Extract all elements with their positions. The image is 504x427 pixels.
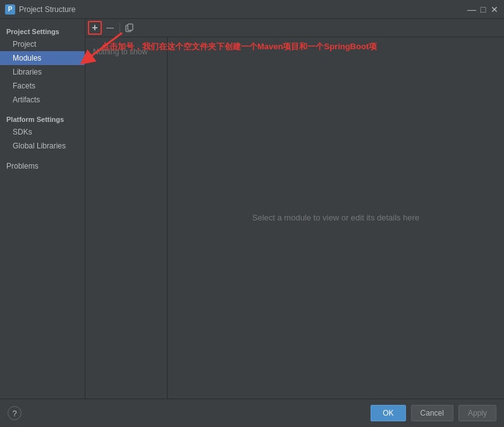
svg-rect-1 (128, 24, 133, 30)
maximize-button[interactable]: □ (479, 5, 488, 14)
content-area: + — Nothing to show Select a module to v… (85, 19, 504, 399)
project-settings-label: Project Settings (0, 24, 85, 37)
window-controls: — □ ✕ (467, 5, 499, 14)
sidebar-item-libraries[interactable]: Libraries (0, 65, 85, 79)
module-list-empty-text: Nothing to show (88, 42, 164, 61)
apply-button[interactable]: Apply (458, 405, 496, 421)
minimize-button[interactable]: — (467, 5, 476, 14)
sidebar-item-modules[interactable]: Modules (0, 51, 85, 65)
module-list: Nothing to show (85, 37, 168, 399)
remove-module-button[interactable]: — (103, 21, 117, 35)
sidebar-item-artifacts[interactable]: Artifacts (0, 93, 85, 107)
help-button[interactable]: ? (8, 406, 22, 420)
app-icon: P (5, 4, 15, 15)
detail-empty-text: Select a module to view or edit its deta… (252, 213, 419, 222)
cancel-button[interactable]: Cancel (411, 405, 453, 421)
bottom-bar: ? OK Cancel Apply (0, 399, 504, 427)
sidebar-item-facets[interactable]: Facets (0, 79, 85, 93)
copy-module-button[interactable] (123, 21, 137, 35)
sidebar-item-project[interactable]: Project (0, 37, 85, 51)
sidebar-item-problems[interactable]: Problems (0, 159, 85, 173)
toolbar-separator (120, 23, 120, 33)
module-panel: Nothing to show Select a module to view … (85, 37, 504, 399)
main-content: Project Settings Project Modules Librari… (0, 19, 504, 399)
title-bar: P Project Structure — □ ✕ (0, 0, 504, 19)
module-toolbar: + — (85, 19, 504, 37)
copy-icon (125, 23, 134, 32)
ok-button[interactable]: OK (371, 405, 405, 421)
window-title: Project Structure (19, 5, 467, 14)
sidebar-item-global-libraries[interactable]: Global Libraries (0, 139, 85, 153)
action-buttons: OK Cancel Apply (371, 405, 496, 421)
sidebar-item-sdks[interactable]: SDKs (0, 125, 85, 139)
platform-settings-label: Platform Settings (0, 112, 85, 125)
add-module-button[interactable]: + (88, 21, 102, 35)
close-button[interactable]: ✕ (490, 5, 499, 14)
detail-panel: Select a module to view or edit its deta… (168, 37, 504, 399)
sidebar: Project Settings Project Modules Librari… (0, 19, 85, 399)
